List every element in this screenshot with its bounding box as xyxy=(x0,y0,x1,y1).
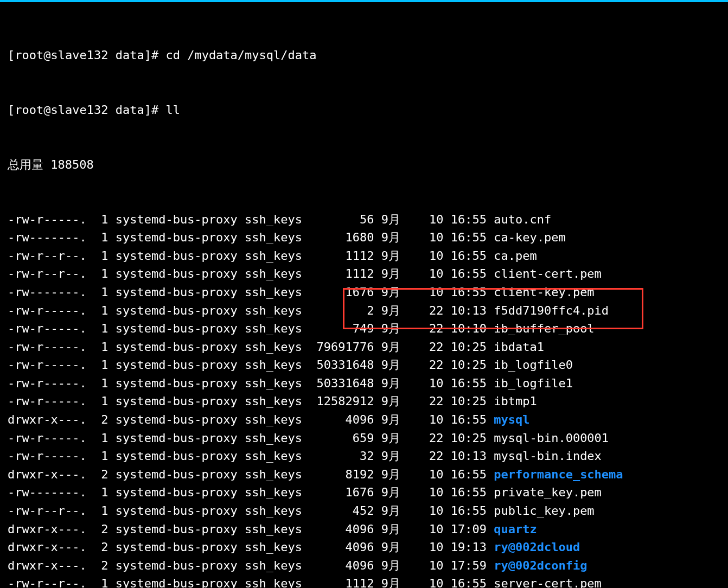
file-name: client-cert.pem xyxy=(494,267,602,280)
file-name: f5dd7190ffc4.pid xyxy=(494,304,609,317)
list-item: -rw-------. 1 systemd-bus-proxy ssh_keys… xyxy=(8,283,720,302)
command: ll xyxy=(165,103,180,117)
command: cd /mydata/mysql/data xyxy=(165,48,316,62)
file-meta: drwxr-x---. 2 systemd-bus-proxy ssh_keys… xyxy=(8,559,494,572)
file-meta: -rw-r-----. 1 systemd-bus-proxy ssh_keys… xyxy=(8,431,494,445)
file-meta: -rw-r-----. 1 systemd-bus-proxy ssh_keys… xyxy=(8,394,494,408)
list-item: -rw-r-----. 1 systemd-bus-proxy ssh_keys… xyxy=(8,429,720,448)
file-name: ca-key.pem xyxy=(494,231,565,244)
list-item: -rw-------. 1 systemd-bus-proxy ssh_keys… xyxy=(8,228,720,247)
file-name: ibtmp1 xyxy=(494,394,537,408)
file-meta: -rw-r-----. 1 systemd-bus-proxy ssh_keys… xyxy=(8,376,494,390)
list-item: -rw-r-----. 1 systemd-bus-proxy ssh_keys… xyxy=(8,356,720,374)
list-item: -rw-r-----. 1 systemd-bus-proxy ssh_keys… xyxy=(8,338,720,356)
prompt: [root@slave132 data]# xyxy=(8,48,165,62)
file-name: client-key.pem xyxy=(494,285,594,299)
list-item: -rw-r-----. 1 systemd-bus-proxy ssh_keys… xyxy=(8,210,720,229)
command-line-2: [root@slave132 data]# ll xyxy=(8,101,720,119)
list-item: -rw-r-----. 1 systemd-bus-proxy ssh_keys… xyxy=(8,447,720,465)
list-item: -rw-r-----. 1 systemd-bus-proxy ssh_keys… xyxy=(8,319,720,338)
list-item: drwxr-x---. 2 systemd-bus-proxy ssh_keys… xyxy=(8,520,720,539)
file-name: server-cert.pem xyxy=(494,577,602,588)
file-meta: -rw-r-----. 1 systemd-bus-proxy ssh_keys… xyxy=(8,304,494,317)
file-meta: -rw-r-----. 1 systemd-bus-proxy ssh_keys… xyxy=(8,213,494,226)
file-meta: -rw-------. 1 systemd-bus-proxy ssh_keys… xyxy=(8,485,494,499)
file-name: ib_logfile0 xyxy=(494,358,573,372)
list-item: drwxr-x---. 2 systemd-bus-proxy ssh_keys… xyxy=(8,465,720,484)
file-name: auto.cnf xyxy=(494,213,551,226)
file-meta: -rw-------. 1 systemd-bus-proxy ssh_keys… xyxy=(8,285,494,299)
file-meta: -rw-r--r--. 1 systemd-bus-proxy ssh_keys… xyxy=(8,267,494,280)
file-meta: drwxr-x---. 2 systemd-bus-proxy ssh_keys… xyxy=(8,522,494,536)
file-listing: -rw-r-----. 1 systemd-bus-proxy ssh_keys… xyxy=(8,210,720,588)
file-meta: -rw-r--r--. 1 systemd-bus-proxy ssh_keys… xyxy=(8,577,494,588)
file-name: ry@002dconfig xyxy=(494,559,587,572)
file-name: private_key.pem xyxy=(494,485,602,499)
file-name: ibdata1 xyxy=(494,340,544,354)
file-meta: -rw-r-----. 1 systemd-bus-proxy ssh_keys… xyxy=(8,358,494,372)
file-meta: drwxr-x---. 2 systemd-bus-proxy ssh_keys… xyxy=(8,540,494,554)
prompt: [root@slave132 data]# xyxy=(8,103,165,117)
list-item: drwxr-x---. 2 systemd-bus-proxy ssh_keys… xyxy=(8,538,720,557)
command-line-1: [root@slave132 data]# cd /mydata/mysql/d… xyxy=(8,46,720,65)
list-item: -rw-r--r--. 1 systemd-bus-proxy ssh_keys… xyxy=(8,265,720,283)
file-name: mysql-bin.index xyxy=(494,449,602,463)
list-item: drwxr-x---. 2 systemd-bus-proxy ssh_keys… xyxy=(8,411,720,429)
file-meta: -rw-r--r--. 1 systemd-bus-proxy ssh_keys… xyxy=(8,249,494,263)
file-name: ry@002dcloud xyxy=(494,540,580,554)
list-item: -rw-------. 1 systemd-bus-proxy ssh_keys… xyxy=(8,483,720,502)
file-name: performance_schema xyxy=(494,468,623,481)
file-meta: -rw-r-----. 1 systemd-bus-proxy ssh_keys… xyxy=(8,449,494,463)
list-item: -rw-r--r--. 1 systemd-bus-proxy ssh_keys… xyxy=(8,247,720,265)
list-item: drwxr-x---. 2 systemd-bus-proxy ssh_keys… xyxy=(8,557,720,575)
file-meta: drwxr-x---. 2 systemd-bus-proxy ssh_keys… xyxy=(8,413,494,426)
file-meta: -rw-r--r--. 1 systemd-bus-proxy ssh_keys… xyxy=(8,504,494,517)
terminal-window[interactable]: [root@slave132 data]# cd /mydata/mysql/d… xyxy=(0,0,728,588)
file-name: ca.pem xyxy=(494,249,537,263)
file-meta: -rw-r-----. 1 systemd-bus-proxy ssh_keys… xyxy=(8,340,494,354)
list-item: -rw-r-----. 1 systemd-bus-proxy ssh_keys… xyxy=(8,374,720,393)
file-meta: -rw-r-----. 1 systemd-bus-proxy ssh_keys… xyxy=(8,322,494,335)
total-line: 总用量 188508 xyxy=(8,156,720,174)
file-name: mysql-bin.000001 xyxy=(494,431,609,445)
file-meta: -rw-------. 1 systemd-bus-proxy ssh_keys… xyxy=(8,231,494,244)
file-name: public_key.pem xyxy=(494,504,594,517)
file-name: ib_buffer_pool xyxy=(494,322,594,335)
list-item: -rw-r--r--. 1 systemd-bus-proxy ssh_keys… xyxy=(8,502,720,520)
file-name: quartz xyxy=(494,522,537,536)
list-item: -rw-r-----. 1 systemd-bus-proxy ssh_keys… xyxy=(8,302,720,320)
file-name: mysql xyxy=(494,413,529,426)
list-item: -rw-r-----. 1 systemd-bus-proxy ssh_keys… xyxy=(8,392,720,411)
file-name: ib_logfile1 xyxy=(494,376,573,390)
list-item: -rw-r--r--. 1 systemd-bus-proxy ssh_keys… xyxy=(8,574,720,588)
file-meta: drwxr-x---. 2 systemd-bus-proxy ssh_keys… xyxy=(8,468,494,481)
